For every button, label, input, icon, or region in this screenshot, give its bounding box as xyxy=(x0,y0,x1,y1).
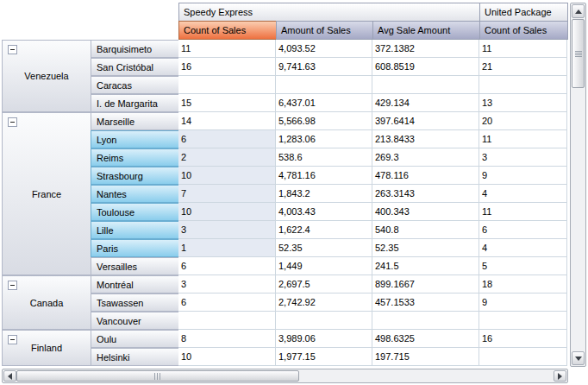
data-cell[interactable]: 15 xyxy=(178,94,276,112)
data-cell[interactable] xyxy=(479,312,567,330)
data-cell[interactable]: 1,977.15 xyxy=(276,348,372,366)
column-group-header-speedy-express[interactable]: Speedy Express xyxy=(178,3,480,22)
row-header-city[interactable]: San Cristóbal xyxy=(91,58,179,76)
data-cell[interactable]: 10 xyxy=(178,348,276,366)
data-cell[interactable]: 14 xyxy=(178,112,276,130)
data-cell[interactable]: 13 xyxy=(479,94,567,112)
data-cell[interactable]: 538.6 xyxy=(276,148,372,167)
data-cell[interactable]: 7 xyxy=(178,185,276,203)
data-cell[interactable]: 899.1667 xyxy=(372,275,479,293)
data-cell[interactable]: 2,697.5 xyxy=(276,275,372,293)
horizontal-scrollbar[interactable] xyxy=(2,369,568,383)
data-cell[interactable]: 269.3 xyxy=(372,148,479,167)
data-cell[interactable]: 2,742.92 xyxy=(276,293,372,312)
data-cell[interactable]: 197.715 xyxy=(372,348,479,366)
data-cell[interactable]: 11 xyxy=(479,40,567,58)
column-header-avg-sale-amount[interactable]: Avg Sale Amount xyxy=(372,21,480,40)
data-cell[interactable]: 478.116 xyxy=(372,167,479,185)
column-header-count-of-sales[interactable]: Count of Sales xyxy=(178,21,277,40)
data-cell[interactable]: 1,449 xyxy=(276,257,372,275)
data-cell[interactable]: 1,843.2 xyxy=(276,185,372,203)
collapse-button[interactable] xyxy=(8,335,17,344)
vertical-scrollbar-thumb[interactable] xyxy=(572,19,585,88)
data-cell[interactable]: 20 xyxy=(479,112,567,130)
data-cell[interactable] xyxy=(178,76,276,94)
row-header-city[interactable]: Lille xyxy=(91,221,179,239)
collapse-button[interactable] xyxy=(8,281,17,290)
scroll-down-button[interactable] xyxy=(572,351,585,365)
collapse-button[interactable] xyxy=(8,117,17,127)
data-cell[interactable]: 4,003.43 xyxy=(276,203,372,221)
scroll-left-button[interactable] xyxy=(3,370,16,382)
horizontal-scrollbar-thumb[interactable] xyxy=(16,370,299,382)
data-cell[interactable]: 263.3143 xyxy=(372,185,479,203)
vertical-scrollbar[interactable] xyxy=(570,3,586,367)
data-cell[interactable]: 4 xyxy=(479,185,567,203)
column-header-count-of-sales-2[interactable]: Count of Sales xyxy=(479,21,568,40)
row-header-city[interactable]: Tsawassen xyxy=(91,293,179,312)
data-cell[interactable]: 6 xyxy=(178,257,276,275)
data-cell[interactable]: 21 xyxy=(479,58,567,76)
data-cell[interactable]: 10 xyxy=(178,167,276,185)
data-cell[interactable] xyxy=(276,76,372,94)
data-cell[interactable]: 608.8519 xyxy=(372,58,479,76)
data-cell[interactable]: 1,622.4 xyxy=(276,221,372,239)
row-header-city[interactable]: Nantes xyxy=(91,185,179,203)
row-header-city[interactable]: Paris xyxy=(91,239,179,257)
scroll-right-button[interactable] xyxy=(554,370,566,382)
data-cell[interactable]: 9,741.63 xyxy=(276,58,372,76)
row-group-header-canada[interactable]: Canada xyxy=(2,275,91,330)
column-header-amount-of-sales[interactable]: Amount of Sales xyxy=(276,21,373,40)
data-cell[interactable] xyxy=(479,348,567,366)
data-cell[interactable]: 498.6325 xyxy=(372,330,479,348)
data-cell[interactable]: 2 xyxy=(178,148,276,167)
data-cell[interactable]: 5 xyxy=(479,257,567,275)
data-cell[interactable]: 11 xyxy=(178,40,276,58)
data-cell[interactable]: 10 xyxy=(178,203,276,221)
data-cell[interactable]: 3 xyxy=(178,221,276,239)
data-cell[interactable]: 1,283.06 xyxy=(276,130,372,148)
data-cell[interactable]: 540.8 xyxy=(372,221,479,239)
data-cell[interactable] xyxy=(372,312,479,330)
data-cell[interactable]: 16 xyxy=(178,58,276,76)
data-cell[interactable]: 241.5 xyxy=(372,257,479,275)
data-cell[interactable]: 6 xyxy=(178,293,276,312)
data-cell[interactable] xyxy=(178,312,276,330)
collapse-button[interactable] xyxy=(8,45,17,54)
row-header-city[interactable]: Helsinki xyxy=(91,348,179,366)
row-header-city[interactable]: Strasbourg xyxy=(91,167,179,185)
data-cell[interactable]: 6 xyxy=(479,221,567,239)
data-cell[interactable] xyxy=(372,76,479,94)
data-cell[interactable]: 3 xyxy=(178,275,276,293)
data-cell[interactable]: 1 xyxy=(178,239,276,257)
data-cell[interactable]: 4 xyxy=(479,239,567,257)
row-header-city[interactable]: Vancouver xyxy=(91,312,179,330)
data-cell[interactable]: 11 xyxy=(479,130,567,148)
data-cell[interactable]: 6,437.01 xyxy=(276,94,372,112)
data-cell[interactable]: 4,093.52 xyxy=(276,40,372,58)
data-cell[interactable]: 400.343 xyxy=(372,203,479,221)
column-group-header-united-package[interactable]: United Package xyxy=(479,3,568,22)
data-cell[interactable]: 9 xyxy=(479,293,567,312)
data-cell[interactable]: 9 xyxy=(479,167,567,185)
data-cell[interactable]: 6 xyxy=(178,130,276,148)
row-header-city[interactable]: I. de Margarita xyxy=(91,94,179,112)
data-cell[interactable]: 429.134 xyxy=(372,94,479,112)
data-cell[interactable]: 457.1533 xyxy=(372,293,479,312)
row-header-city[interactable]: Montréal xyxy=(91,275,179,293)
data-cell[interactable]: 372.1382 xyxy=(372,40,479,58)
data-cell[interactable]: 213.8433 xyxy=(372,130,479,148)
data-cell[interactable] xyxy=(479,76,567,94)
data-cell[interactable]: 3,989.06 xyxy=(276,330,372,348)
row-group-header-finland[interactable]: Finland xyxy=(2,330,91,366)
scroll-up-button[interactable] xyxy=(572,4,585,18)
data-cell[interactable]: 397.6414 xyxy=(372,112,479,130)
row-header-city[interactable]: Caracas xyxy=(91,76,179,94)
data-cell[interactable]: 52.35 xyxy=(372,239,479,257)
row-header-city[interactable]: Lyon xyxy=(91,130,179,148)
data-cell[interactable]: 18 xyxy=(479,275,567,293)
row-header-city[interactable]: Barquisimeto xyxy=(91,40,179,58)
data-cell[interactable]: 8 xyxy=(178,330,276,348)
row-group-header-france[interactable]: France xyxy=(2,112,91,275)
row-header-city[interactable]: Versailles xyxy=(91,257,179,275)
